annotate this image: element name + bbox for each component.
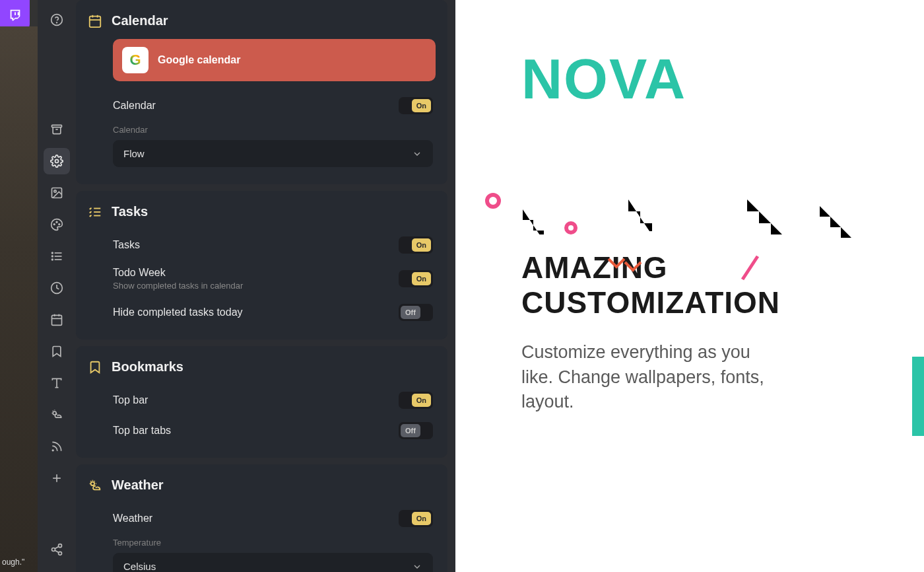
list-icon[interactable] [44, 243, 70, 269]
topbar-label: Top bar [113, 394, 148, 406]
settings-panel: Calendar G Google calendar Calendar On C… [76, 0, 455, 572]
svg-point-3 [55, 160, 59, 163]
calendar-icon[interactable] [44, 306, 70, 333]
topbar-toggle[interactable]: On [399, 392, 433, 409]
gear-icon[interactable] [44, 148, 70, 174]
hide-completed-label: Hide completed tasks today [113, 306, 243, 318]
calendar-select-value: Flow [123, 148, 145, 159]
svg-rect-2 [52, 125, 62, 127]
section-header-bookmarks: Bookmarks [76, 355, 447, 385]
deco-zigzag-icon [818, 205, 865, 238]
temperature-label: Temperature [76, 534, 447, 550]
chevron-down-icon [412, 561, 422, 572]
temperature-value: Celsius [123, 561, 156, 572]
palette-icon[interactable] [44, 211, 70, 238]
deco-angle-icon [624, 261, 644, 277]
google-calendar-card[interactable]: G Google calendar [113, 39, 436, 81]
topbar-tabs-label: Top bar tabs [113, 425, 171, 437]
svg-point-1 [57, 22, 57, 23]
topbar-tabs-row: Top bar tabs Off [76, 415, 447, 446]
section-bookmarks: Bookmarks Top bar On Top bar tabs Off [76, 346, 447, 458]
accent-bar [912, 357, 924, 436]
deco-circle-icon [485, 193, 501, 209]
section-calendar: Calendar G Google calendar Calendar On C… [76, 0, 447, 184]
tasks-label: Tasks [113, 239, 140, 251]
svg-point-5 [54, 190, 56, 192]
svg-point-38 [91, 482, 95, 485]
svg-point-6 [53, 224, 55, 225]
archive-icon[interactable] [44, 116, 70, 143]
type-icon[interactable] [44, 370, 70, 396]
svg-point-14 [52, 259, 53, 260]
marketing-body: Customize everything as you like. Change… [521, 340, 772, 415]
deco-zigzag-icon [521, 208, 561, 234]
section-header-weather: Weather [76, 474, 447, 503]
deco-zigzag-icon [627, 198, 673, 231]
tasks-toggle-row: Tasks On [76, 230, 447, 260]
image-icon[interactable] [44, 180, 70, 206]
section-header-tasks: Tasks [76, 200, 447, 230]
deco-zigzag-icon [746, 198, 799, 234]
svg-line-39 [700, 188, 719, 218]
weather-icon[interactable] [44, 402, 70, 428]
hide-completed-row: Hide completed tasks today Off [76, 297, 447, 328]
todo-week-row: Todo Week Show completed tasks in calend… [76, 260, 447, 297]
calendar-toggle-label: Calendar [113, 100, 156, 112]
todo-week-sublabel: Show completed tasks in calendar [113, 281, 243, 291]
rss-icon[interactable] [44, 433, 70, 460]
chevron-down-icon [412, 149, 422, 159]
plus-icon[interactable] [44, 465, 70, 491]
svg-point-8 [59, 224, 60, 225]
section-header-calendar: Calendar [76, 9, 447, 39]
svg-line-40 [742, 256, 758, 279]
share-icon[interactable] [44, 536, 70, 563]
svg-point-12 [52, 252, 53, 254]
deco-slash-icon [693, 185, 726, 225]
svg-line-30 [55, 550, 59, 552]
section-title: Calendar [112, 13, 168, 28]
temperature-select[interactable]: Celsius [113, 553, 433, 572]
background-strip: ough." [0, 0, 38, 572]
svg-rect-16 [52, 315, 62, 325]
svg-point-27 [52, 548, 55, 552]
calendar-toggle[interactable]: On [399, 97, 433, 114]
svg-point-26 [59, 544, 62, 548]
todo-week-label: Todo Week [113, 267, 243, 279]
hide-completed-toggle[interactable]: Off [399, 304, 433, 321]
svg-line-29 [55, 546, 59, 548]
background-caption: ough." [2, 557, 24, 567]
topbar-row: Top bar On [76, 385, 447, 415]
google-calendar-label: Google calendar [158, 54, 240, 66]
svg-point-13 [52, 256, 53, 257]
calendar-toggle-row: Calendar On [76, 90, 447, 121]
svg-rect-31 [90, 16, 101, 26]
todo-week-toggle[interactable]: On [399, 270, 433, 287]
sidebar-nav [38, 0, 76, 572]
google-logo-icon: G [122, 47, 148, 73]
section-tasks: Tasks Tasks On Todo Week Show completed … [76, 191, 447, 340]
calendar-select-label: Calendar [76, 121, 447, 137]
brand-logo: NOVA [521, 46, 891, 112]
marketing-panel: NOVA AMAZING CUSTOMIZATION Customize eve… [455, 0, 924, 572]
tasks-toggle[interactable]: On [399, 236, 433, 254]
bookmark-icon[interactable] [44, 338, 70, 365]
svg-point-23 [52, 450, 53, 451]
deco-circle-icon [564, 221, 578, 234]
svg-point-28 [59, 552, 62, 555]
deco-slash-icon [739, 254, 762, 284]
clock-icon[interactable] [44, 275, 70, 301]
weather-toggle[interactable]: On [399, 510, 433, 527]
calendar-select[interactable]: Flow [113, 140, 433, 167]
topbar-tabs-toggle[interactable]: Off [399, 422, 433, 439]
section-weather: Weather Weather On Temperature Celsius [76, 464, 447, 572]
weather-label: Weather [113, 513, 152, 524]
section-title: Bookmarks [112, 359, 183, 375]
twitch-icon[interactable] [0, 0, 30, 30]
section-title: Weather [112, 478, 164, 493]
help-icon[interactable] [44, 7, 70, 33]
section-title: Tasks [112, 204, 148, 219]
weather-toggle-row: Weather On [76, 503, 447, 534]
svg-point-7 [56, 221, 57, 223]
marketing-headline: AMAZING CUSTOMIZATION [521, 250, 891, 320]
